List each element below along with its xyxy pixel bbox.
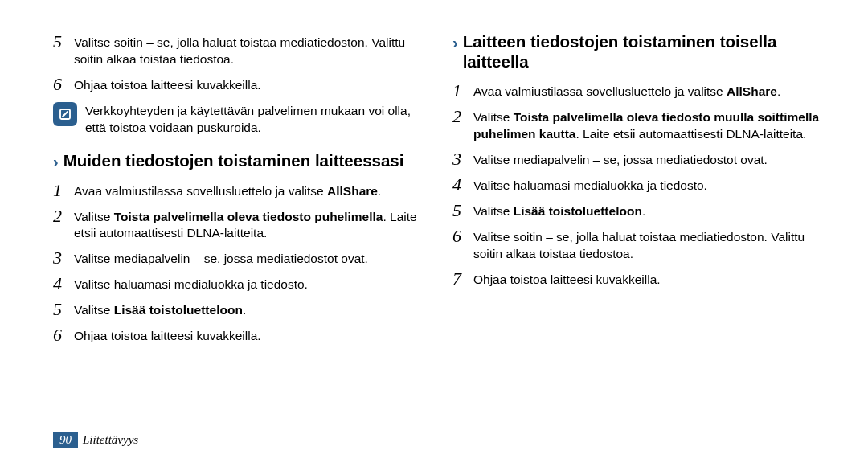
step-number: 5 xyxy=(53,32,71,51)
step-text: Valitse haluamasi medialuokka ja tiedost… xyxy=(74,274,428,293)
text-bold: Toista palvelimella oleva tiedosto puhel… xyxy=(114,210,383,223)
step-number: 2 xyxy=(53,207,71,225)
step-item: 3 Valitse mediapalvelin – se, jossa medi… xyxy=(452,149,828,169)
step-text: Ohjaa toistoa laitteesi kuvakkeilla. xyxy=(74,326,428,345)
step-item: 1 Avaa valmiustilassa sovellusluettelo j… xyxy=(452,81,828,100)
step-item: 1 Avaa valmiustilassa sovellusluettelo j… xyxy=(53,181,428,200)
step-item: 7 Ohjaa toistoa laitteesi kuvakkeilla. xyxy=(452,269,828,289)
note-icon xyxy=(53,102,77,126)
heading-text: Muiden tiedostojen toistaminen laitteess… xyxy=(63,151,428,171)
step-item: 6 Ohjaa toistoa laitteesi kuvakkeilla. xyxy=(53,326,428,345)
step-item: 5 Valitse Lisää toistoluetteloon. xyxy=(452,201,828,220)
step-item: 2 Valitse Toista palvelimella oleva tied… xyxy=(452,107,828,143)
text-bold: AllShare xyxy=(327,184,378,198)
left-column: 5 Valitse soitin – se, jolla haluat tois… xyxy=(53,32,428,410)
heading-text: Laitteen tiedostojen toistaminen toisell… xyxy=(463,32,828,72)
step-item: 4 Valitse haluamasi medialuokka ja tiedo… xyxy=(53,274,428,293)
step-text: Valitse soitin – se, jolla haluat toista… xyxy=(473,227,828,263)
step-number: 3 xyxy=(452,149,470,168)
text-bold: Lisää toistoluetteloon xyxy=(514,204,642,218)
step-number: 5 xyxy=(452,201,470,219)
step-number: 4 xyxy=(452,175,470,194)
step-item: 5 Valitse soitin – se, jolla haluat tois… xyxy=(53,32,428,68)
heading-arrow-icon: › xyxy=(452,32,458,52)
page-footer: 90 Liitettävyys xyxy=(53,432,138,448)
step-number: 6 xyxy=(53,326,71,344)
step-item: 4 Valitse haluamasi medialuokka ja tiedo… xyxy=(452,175,828,195)
text-suffix: . xyxy=(243,303,246,317)
text-suffix: . xyxy=(378,184,381,198)
text-suffix: . xyxy=(642,204,645,218)
step-text: Valitse mediapalvelin – se, jossa mediat… xyxy=(473,149,828,169)
step-number: 6 xyxy=(53,75,71,93)
text-prefix: Valitse xyxy=(473,110,514,124)
step-text: Avaa valmiustilassa sovellusluettelo ja … xyxy=(473,81,828,100)
step-text: Valitse Toista palvelimella oleva tiedos… xyxy=(74,207,428,243)
section-heading: › Muiden tiedostojen toistaminen laittee… xyxy=(53,151,428,171)
step-number: 2 xyxy=(452,107,470,125)
text-prefix: Avaa valmiustilassa sovellusluettelo ja … xyxy=(74,184,327,198)
heading-arrow-icon: › xyxy=(53,151,59,171)
step-text: Valitse Lisää toistoluetteloon. xyxy=(74,300,428,319)
step-text: Avaa valmiustilassa sovellusluettelo ja … xyxy=(74,181,428,200)
step-text: Valitse mediapalvelin – se, jossa mediat… xyxy=(74,248,428,268)
step-number: 7 xyxy=(452,269,470,288)
right-column: › Laitteen tiedostojen toistaminen toise… xyxy=(452,32,828,410)
step-text: Ohjaa toistoa laitteesi kuvakkeilla. xyxy=(473,269,828,289)
text-bold: Lisää toistoluetteloon xyxy=(114,303,243,317)
step-number: 1 xyxy=(53,181,71,199)
step-text: Valitse haluamasi medialuokka ja tiedost… xyxy=(473,175,828,195)
step-number: 4 xyxy=(53,274,71,293)
text-prefix: Valitse xyxy=(473,204,514,218)
text-prefix: Valitse xyxy=(74,303,114,317)
text-suffix: . xyxy=(777,84,780,98)
footer-section: Liitettävyys xyxy=(83,433,138,447)
step-number: 6 xyxy=(452,227,470,245)
step-item: 6 Ohjaa toistoa laitteesi kuvakkeilla. xyxy=(53,75,428,94)
step-item: 5 Valitse Lisää toistoluetteloon. xyxy=(53,300,428,319)
step-text: Ohjaa toistoa laitteesi kuvakkeilla. xyxy=(74,75,428,94)
text-prefix: Avaa valmiustilassa sovellusluettelo ja … xyxy=(473,84,727,98)
info-note: Verkkoyhteyden ja käytettävän palvelimen… xyxy=(53,100,428,137)
text-prefix: Valitse xyxy=(74,210,114,223)
step-item: 6 Valitse soitin – se, jolla haluat tois… xyxy=(452,227,828,263)
step-number: 3 xyxy=(53,248,71,267)
step-text: Valitse Lisää toistoluetteloon. xyxy=(473,201,828,220)
step-item: 2 Valitse Toista palvelimella oleva tied… xyxy=(53,207,428,243)
step-number: 1 xyxy=(452,81,470,100)
page-number: 90 xyxy=(53,432,78,448)
section-heading: › Laitteen tiedostojen toistaminen toise… xyxy=(452,32,828,72)
step-number: 5 xyxy=(53,300,71,318)
step-text: Valitse soitin – se, jolla haluat toista… xyxy=(74,32,428,68)
text-bold: AllShare xyxy=(727,84,777,98)
text-suffix: . Laite etsii automaattisesti DLNA-laitt… xyxy=(575,127,806,141)
step-item: 3 Valitse mediapalvelin – se, jossa medi… xyxy=(53,248,428,268)
step-text: Valitse Toista palvelimella oleva tiedos… xyxy=(473,107,828,143)
note-text: Verkkoyhteyden ja käytettävän palvelimen… xyxy=(85,100,428,137)
